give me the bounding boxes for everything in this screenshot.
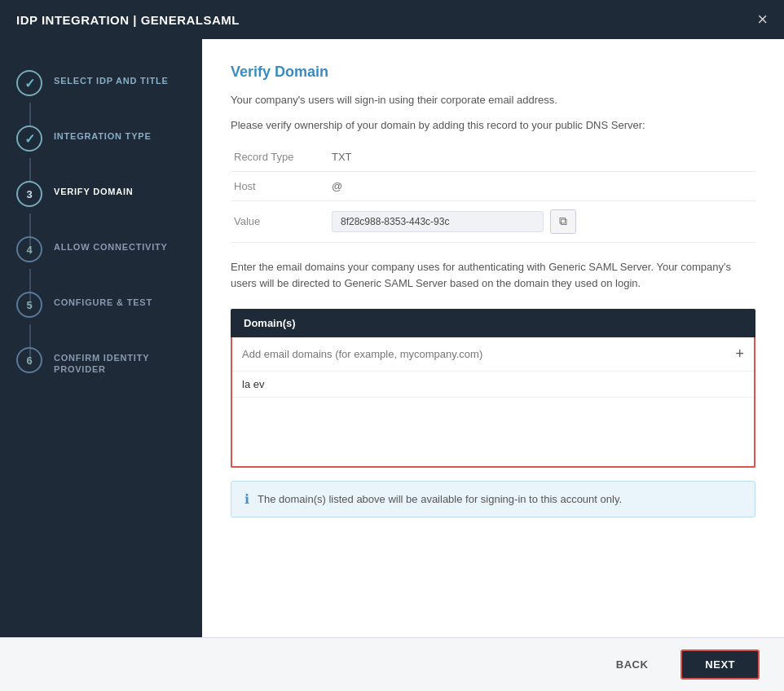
copy-icon: ⧉ [559,214,567,228]
step-6[interactable]: 6 CONFIRM IDENTITY PROVIDER [0,332,202,390]
dns-table: Record Type TXT Host @ Value ⧉ [231,143,755,243]
domains-header: Domain(s) [231,309,755,337]
value-cell: ⧉ [328,200,755,242]
modal-body: ✓ SELECT IDP AND TITLE ✓ INTEGRATION TYP… [0,39,784,637]
description-3: Enter the email domains your company use… [231,259,755,293]
step-1-circle: ✓ [16,70,42,96]
step-2[interactable]: ✓ INTEGRATION TYPE [0,111,202,166]
modal-header: IDP INTEGRATION | GENERALSAML × [0,0,784,39]
domain-input-row: + [232,337,754,372]
copy-button[interactable]: ⧉ [550,209,576,234]
record-type-label: Record Type [231,143,328,172]
step-2-check: ✓ [24,131,35,147]
step-4[interactable]: 4 ALLOW CONNECTIVITY [0,222,202,277]
step-5-circle: 5 [16,292,42,318]
main-content: Verify Domain Your company's users will … [202,39,784,637]
back-button[interactable]: BACK [593,651,672,678]
step-5[interactable]: 5 CONFIGURE & TEST [0,277,202,332]
dns-value-row: Value ⧉ [231,200,755,242]
add-domain-icon[interactable]: + [735,346,744,363]
step-5-label: CONFIGURE & TEST [54,292,152,308]
page-title: Verify Domain [231,64,755,81]
next-button[interactable]: NEXT [680,649,760,680]
step-6-circle: 6 [16,347,42,373]
step-2-circle: ✓ [16,125,42,152]
info-message: The domain(s) listed above will be avail… [258,493,622,505]
domain-entry-1: la ev [232,372,754,398]
modal-container: IDP INTEGRATION | GENERALSAML × ✓ SELECT… [0,0,784,691]
domains-body: + la ev [231,337,755,468]
record-type-value: TXT [328,143,755,172]
domain-input[interactable] [242,348,735,360]
dns-host-row: Host @ [231,171,755,200]
value-label: Value [231,200,328,242]
step-4-circle: 4 [16,236,42,262]
dns-value-input[interactable] [332,211,544,232]
step-3-number: 3 [26,188,32,200]
step-1[interactable]: ✓ SELECT IDP AND TITLE [0,55,202,111]
description-1: Your company's users will sign-in using … [231,92,755,109]
step-3-label: VERIFY DOMAIN [54,181,134,197]
step-2-label: INTEGRATION TYPE [54,125,152,142]
step-4-label: ALLOW CONNECTIVITY [54,236,168,253]
sidebar: ✓ SELECT IDP AND TITLE ✓ INTEGRATION TYP… [0,39,202,637]
close-button[interactable]: × [757,11,768,29]
info-icon: ℹ [244,491,249,507]
step-6-number: 6 [26,354,32,367]
step-4-number: 4 [26,244,32,256]
modal-footer: BACK NEXT [0,637,784,691]
domains-section: Domain(s) + la ev [231,309,755,468]
step-6-label: CONFIRM IDENTITY PROVIDER [54,347,186,376]
modal-title: IDP INTEGRATION | GENERALSAML [16,13,240,27]
host-value: @ [328,171,755,200]
step-1-check: ✓ [24,76,35,91]
info-box: ℹ The domain(s) listed above will be ava… [231,481,755,517]
dns-record-type-row: Record Type TXT [231,143,755,172]
step-3-circle: 3 [16,181,42,207]
host-label: Host [231,171,328,200]
step-3[interactable]: 3 VERIFY DOMAIN [0,166,202,222]
dns-value-wrapper: ⧉ [332,209,752,234]
step-1-label: SELECT IDP AND TITLE [54,70,169,86]
description-2: Please verify ownership of your domain b… [231,117,755,134]
step-5-number: 5 [26,299,32,311]
